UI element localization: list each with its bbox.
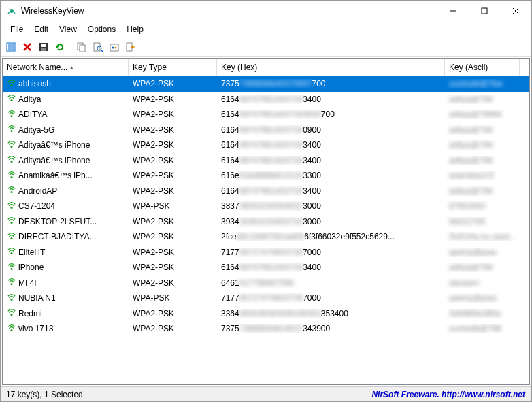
save-button[interactable] bbox=[36, 39, 51, 54]
svg-point-36 bbox=[10, 252, 12, 254]
svg-rect-2 bbox=[482, 8, 487, 14]
table-row[interactable]: Aditya-5GWPA2-PSK6164697479614037340900a… bbox=[3, 122, 529, 138]
table-row[interactable]: DIRECT-BJADITYA...WPA2-PSK2fce80c1948705… bbox=[3, 229, 529, 245]
table-row[interactable]: ADITYAWPA2-PSK6164697479614037343935700a… bbox=[3, 107, 529, 122]
table-row[interactable]: EliteHTWPA2-PSK7177657274794037387000qwe… bbox=[3, 245, 529, 261]
cell-network-name: NUBIA N1 bbox=[18, 293, 56, 303]
cell-key-type: WPA2-PSK bbox=[129, 125, 217, 135]
svg-rect-20 bbox=[110, 44, 118, 51]
table-row[interactable]: AdityaWPA2-PSK6164697479614037343400adit… bbox=[3, 92, 529, 107]
svg-rect-12 bbox=[41, 44, 46, 47]
cell-key-hex: 3837363532303430313000 bbox=[217, 201, 445, 211]
cell-key-type: WPA2-PSK bbox=[129, 324, 217, 333]
menu-view[interactable]: View bbox=[54, 22, 82, 36]
wifi-icon bbox=[7, 109, 16, 120]
properties-button[interactable] bbox=[3, 39, 18, 54]
cell-network-name: MI 4I bbox=[18, 278, 37, 288]
wifi-icon bbox=[7, 262, 16, 273]
svg-point-25 bbox=[10, 84, 12, 86]
refresh-button[interactable] bbox=[52, 39, 67, 54]
cell-key-hex: 616e616d696b6131323300 bbox=[217, 171, 445, 180]
cell-key-hex: 6164697479614037343935700 bbox=[217, 110, 445, 119]
delete-button[interactable] bbox=[20, 39, 35, 54]
wifi-icon bbox=[7, 323, 16, 335]
table-row[interactable]: Anamikaâ€™s iPh...WPA2-PSK616e616d696b61… bbox=[3, 168, 529, 184]
column-key-ascii[interactable]: Key (Ascii) bbox=[445, 59, 520, 76]
options-button[interactable] bbox=[107, 39, 122, 54]
find-button[interactable] bbox=[90, 39, 105, 54]
table-row[interactable]: Adityaâ€™s iPhoneWPA2-PSK616469747961403… bbox=[3, 153, 529, 169]
cell-key-type: WPA2-PSK bbox=[129, 79, 217, 88]
cell-key-ascii: sushodk@798 bbox=[445, 324, 520, 333]
cell-network-name: vivo 1713 bbox=[18, 324, 53, 333]
cell-key-hex: 7177657274794037387000 bbox=[217, 293, 445, 303]
copy-button[interactable] bbox=[74, 39, 89, 54]
wifi-icon bbox=[7, 277, 16, 288]
svg-marker-24 bbox=[131, 46, 135, 48]
cell-key-ascii: 3di5869o385a bbox=[445, 309, 520, 318]
svg-point-29 bbox=[10, 146, 12, 148]
svg-point-26 bbox=[10, 99, 12, 101]
table-row[interactable]: abhisushWPA2-PSK73757368646b40375697700s… bbox=[3, 76, 529, 92]
table-row[interactable]: Adityaâ€™s iPhoneWPA2-PSK616469747961403… bbox=[3, 137, 529, 153]
cell-network-name: ADITYA bbox=[18, 110, 47, 119]
cell-key-hex: 6164697479614037343400 bbox=[217, 156, 445, 165]
cell-key-ascii: 87652043 bbox=[445, 201, 520, 211]
table-row[interactable]: vivo 1713WPA2-PSK73757368606481403734390… bbox=[3, 321, 529, 337]
cell-key-hex: 3934303632334037333000 bbox=[217, 217, 445, 227]
svg-point-22 bbox=[115, 47, 117, 49]
table-row[interactable]: DESKTOP-2LSEUT...WPA2-PSK393430363233403… bbox=[3, 214, 529, 230]
svg-rect-16 bbox=[80, 45, 85, 52]
listview-body[interactable]: abhisushWPA2-PSK73757368646b40375697700s… bbox=[3, 76, 529, 384]
table-row[interactable]: RedmiWPA2-PSK336469353836393633635335340… bbox=[3, 306, 529, 322]
sort-indicator: ▲ bbox=[69, 65, 74, 71]
cell-key-type: WPA2-PSK bbox=[129, 110, 217, 119]
svg-point-37 bbox=[10, 268, 12, 270]
cell-network-name: iPhone bbox=[18, 263, 44, 272]
cell-key-type: WPA2-PSK bbox=[129, 309, 217, 318]
export-button[interactable] bbox=[123, 39, 138, 54]
table-row[interactable]: iPhoneWPA2-PSK6164697479614037343400adit… bbox=[3, 260, 529, 275]
cell-key-type: WPA2-PSK bbox=[129, 263, 217, 272]
cell-key-type: WPA2-PSK bbox=[129, 217, 217, 227]
wifi-icon bbox=[7, 185, 16, 197]
close-button[interactable] bbox=[500, 1, 531, 21]
cell-key-hex: 6164697479614037340900 bbox=[217, 125, 445, 135]
table-row[interactable]: MI 4IWPA2-PSK6461617766807558darawe= bbox=[3, 275, 529, 291]
cell-key-type: WPA2-PSK bbox=[129, 278, 217, 288]
cell-network-name: Adityaâ€™s iPhone bbox=[18, 140, 90, 150]
table-row[interactable]: CS7-1204WPA-PSK3837363532303430313000876… bbox=[3, 199, 529, 214]
cell-network-name: EliteHT bbox=[18, 248, 45, 257]
column-key-hex[interactable]: Key (Hex) bbox=[217, 59, 445, 76]
cell-key-ascii: aditya@794 bbox=[445, 156, 520, 165]
menubar: File Edit View Options Help bbox=[1, 21, 531, 37]
cell-key-hex: 6164697479614037343400 bbox=[217, 263, 445, 272]
svg-point-28 bbox=[10, 130, 12, 132]
svg-point-27 bbox=[10, 115, 12, 117]
cell-key-ascii: aditya@794 bbox=[445, 95, 520, 104]
maximize-button[interactable] bbox=[469, 1, 500, 21]
minimize-button[interactable] bbox=[437, 1, 469, 21]
cell-network-name: DIRECT-BJADITYA... bbox=[18, 232, 96, 241]
menu-help[interactable]: Help bbox=[121, 22, 149, 36]
table-row[interactable]: AndroidAPWPA2-PSK6164697479614037343400a… bbox=[3, 184, 529, 199]
table-row[interactable]: NUBIA N1WPA-PSK7177657274794037387000qwe… bbox=[3, 290, 529, 306]
column-key-type[interactable]: Key Type bbox=[129, 59, 217, 76]
cell-key-ascii: /ÎxÀÙHy·ou (and... bbox=[445, 232, 520, 241]
wifi-icon bbox=[7, 292, 16, 304]
wifi-icon bbox=[7, 307, 16, 319]
cell-network-name: abhisush bbox=[18, 79, 51, 88]
nirsoft-link[interactable]: NirSoft Freeware. http://www.nirsoft.net bbox=[371, 390, 525, 399]
cell-key-hex: 73757368646b40375697700 bbox=[217, 79, 445, 88]
cell-key-type: WPA-PSK bbox=[129, 293, 217, 303]
column-network-name[interactable]: Network Name...▲ bbox=[3, 59, 129, 76]
menu-file[interactable]: File bbox=[5, 22, 29, 36]
menu-options[interactable]: Options bbox=[82, 22, 121, 36]
menu-edit[interactable]: Edit bbox=[29, 22, 54, 36]
cell-key-ascii: aditya@794 bbox=[445, 125, 520, 135]
svg-rect-17 bbox=[94, 43, 100, 51]
cell-key-ascii: 94022705 bbox=[445, 217, 520, 227]
cell-network-name: CS7-1204 bbox=[18, 201, 55, 211]
wifi-icon bbox=[7, 201, 16, 212]
cell-network-name: Redmi bbox=[18, 309, 42, 318]
